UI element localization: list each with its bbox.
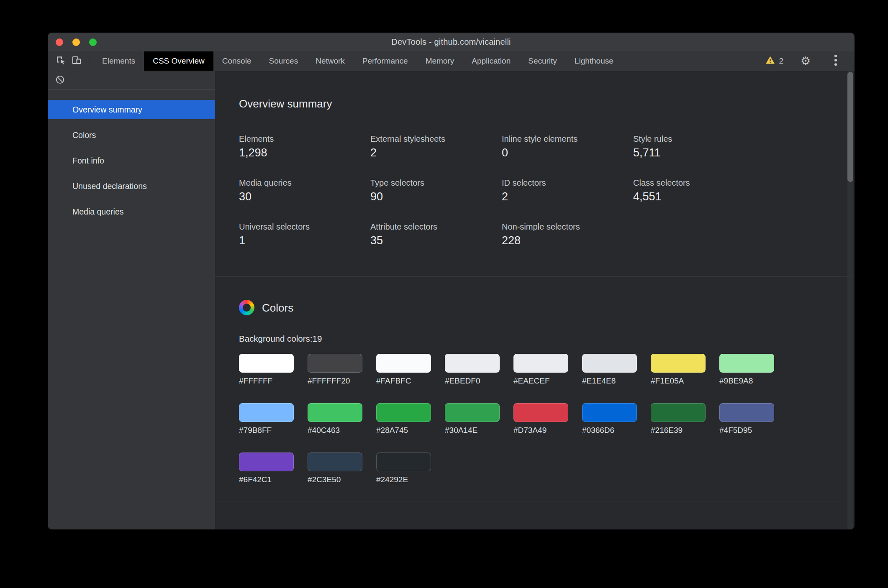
- color-swatch-cell: #FAFBFC: [376, 354, 431, 386]
- inspect-button[interactable]: [53, 53, 69, 69]
- toolbar-tab[interactable]: Console: [213, 51, 260, 71]
- toolbar-right-controls: 2 ⚙: [765, 53, 844, 69]
- stat-cell: ID selectors 2: [502, 177, 633, 205]
- tab-label: CSS Overview: [153, 56, 205, 66]
- color-swatch-cell: #D73A49: [513, 403, 568, 435]
- zoom-button[interactable]: [89, 38, 97, 46]
- stat-label: Universal selectors: [239, 221, 370, 233]
- toolbar-tab[interactable]: Elements: [93, 51, 144, 71]
- stat-value: 228: [502, 233, 633, 248]
- color-swatch-cell: #40C463: [308, 403, 362, 435]
- color-swatch[interactable]: [719, 403, 774, 422]
- sidebar-item[interactable]: Unused declarations: [48, 176, 215, 196]
- colors-section: Colors Background colors:19 #FFFFFF: [215, 276, 855, 503]
- toolbar-tab[interactable]: Sources: [260, 51, 307, 71]
- stat-label: Attribute selectors: [370, 221, 502, 233]
- stat-cell: Attribute selectors 35: [370, 221, 502, 248]
- color-swatch[interactable]: [376, 403, 431, 422]
- color-swatch[interactable]: [513, 354, 568, 373]
- tab-label: Sources: [269, 56, 298, 66]
- color-swatch-cell: #24292E: [376, 453, 431, 484]
- overview-summary-section: Overview summary Elements 1,298 External…: [215, 71, 855, 276]
- stat-cell: Type selectors 90: [370, 177, 502, 205]
- scrollbar-thumb[interactable]: [847, 72, 853, 182]
- sidebar-menu: Overview summary Colors Font info Unused…: [48, 100, 215, 221]
- stat-label: ID selectors: [502, 177, 633, 189]
- sidebar-item[interactable]: Font info: [48, 151, 215, 170]
- sidebar-item[interactable]: Colors: [48, 125, 215, 145]
- clear-overview-button[interactable]: [52, 72, 68, 88]
- color-swatch[interactable]: [239, 453, 294, 471]
- section-divider: [215, 503, 855, 503]
- more-menu-button[interactable]: [828, 53, 844, 69]
- color-hex-label: #0366D6: [582, 426, 637, 435]
- device-toolbar-icon: [71, 55, 82, 67]
- stat-value: 90: [370, 189, 502, 205]
- toolbar-tab[interactable]: Lighthouse: [566, 51, 622, 71]
- color-swatch[interactable]: [308, 403, 362, 422]
- stat-cell: Non-simple selectors 228: [502, 221, 633, 248]
- stat-value: 0: [502, 145, 633, 161]
- color-swatch[interactable]: [376, 453, 431, 471]
- background-colors-label: Background colors:19: [239, 333, 831, 345]
- stat-cell: Class selectors 4,551: [633, 177, 765, 205]
- toolbar-tab[interactable]: Application: [463, 51, 519, 71]
- stat-value: 2: [370, 145, 502, 161]
- color-swatch-cell: #FFFFFF: [239, 354, 294, 386]
- color-hex-label: #216E39: [651, 426, 706, 435]
- window-title: DevTools - github.com/vicainelli: [48, 37, 855, 47]
- tab-label: Network: [316, 56, 345, 66]
- sidebar-item-label: Font info: [72, 156, 104, 166]
- stat-value: 4,551: [633, 189, 765, 205]
- device-toolbar-button[interactable]: [69, 53, 85, 69]
- minimize-button[interactable]: [72, 38, 80, 46]
- toolbar-tab[interactable]: CSS Overview: [144, 51, 213, 71]
- sidebar-item[interactable]: Overview summary: [48, 100, 215, 119]
- color-swatch-cell: #EBEDF0: [445, 354, 500, 386]
- color-swatch[interactable]: [376, 354, 431, 373]
- color-swatch[interactable]: [582, 354, 637, 373]
- color-swatch[interactable]: [445, 403, 500, 422]
- stat-label: Non-simple selectors: [502, 221, 633, 233]
- settings-button[interactable]: ⚙: [798, 53, 814, 69]
- color-swatch[interactable]: [582, 403, 637, 422]
- color-swatch[interactable]: [719, 354, 774, 373]
- summary-stats: Elements 1,298 External stylesheets 2 In…: [239, 133, 831, 248]
- color-swatch[interactable]: [651, 403, 706, 422]
- toolbar-tab[interactable]: Network: [307, 51, 354, 71]
- color-hex-label: #40C463: [308, 426, 362, 435]
- color-swatch[interactable]: [445, 354, 500, 373]
- sidebar-item-label: Colors: [72, 130, 96, 140]
- toolbar-separator: [89, 56, 89, 66]
- color-swatch[interactable]: [513, 403, 568, 422]
- color-swatch-cell: #EAECEF: [513, 354, 568, 386]
- sidebar-item[interactable]: Media queries: [48, 202, 215, 221]
- stat-value: 5,711: [633, 145, 765, 161]
- sidebar-item-label: Overview summary: [72, 105, 142, 115]
- background-colors-text: Background colors:: [239, 334, 312, 343]
- issues-counter[interactable]: 2: [765, 56, 783, 66]
- color-hex-label: #E1E4E8: [582, 376, 637, 386]
- stat-value: 30: [239, 189, 370, 205]
- color-swatch[interactable]: [239, 354, 294, 373]
- gear-icon: ⚙: [801, 56, 811, 67]
- color-swatch[interactable]: [308, 354, 362, 373]
- stat-label: External stylesheets: [370, 133, 502, 145]
- stat-value: 35: [370, 233, 502, 248]
- stat-cell: Elements 1,298: [239, 133, 370, 161]
- toolbar-tab[interactable]: Security: [519, 51, 566, 71]
- stat-label: Type selectors: [370, 177, 502, 189]
- color-swatch-cell: #79B8FF: [239, 403, 294, 435]
- devtools-toolbar: Elements CSS Overview Console Sources Ne…: [48, 51, 855, 71]
- color-swatch-cell: #9BE9A8: [719, 354, 774, 386]
- toolbar-tab[interactable]: Performance: [354, 51, 417, 71]
- color-swatch[interactable]: [239, 403, 294, 422]
- color-swatch[interactable]: [308, 453, 362, 471]
- color-swatch[interactable]: [651, 354, 706, 373]
- toolbar-tab[interactable]: Memory: [417, 51, 463, 71]
- color-hex-label: #79B8FF: [239, 426, 294, 435]
- color-swatch-cell: #4F5D95: [719, 403, 774, 435]
- color-swatch-cell: #0366D6: [582, 403, 637, 435]
- color-swatch-cell: #216E39: [651, 403, 706, 435]
- close-button[interactable]: [56, 38, 63, 46]
